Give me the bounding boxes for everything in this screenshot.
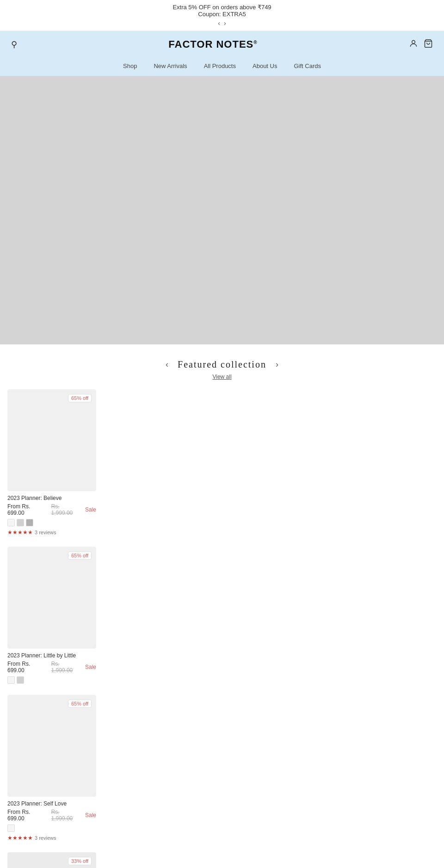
announcement-prev-button[interactable]: ‹: [218, 19, 220, 27]
swatch-2b[interactable]: [17, 676, 24, 684]
svg-point-0: [412, 40, 415, 44]
featured-section: ‹ Featured collection › View all 65% off…: [0, 344, 444, 868]
swatch-1c[interactable]: [26, 519, 33, 526]
color-swatches-3: [7, 824, 96, 832]
featured-next-button[interactable]: ›: [276, 360, 278, 369]
product-card: 65% off 2023 Planner: Believe From Rs. 6…: [7, 389, 96, 536]
price-original-3: Rs. 1,999.00: [51, 809, 82, 822]
product-card: 65% off 2023 Planner: Little by Little F…: [7, 547, 96, 684]
swatch-1a[interactable]: [7, 519, 15, 526]
cart-icon[interactable]: [424, 39, 433, 50]
discount-badge-2: 65% off: [68, 551, 92, 560]
view-all-link[interactable]: View all: [7, 374, 437, 380]
price-original-1: Rs. 1,999.00: [51, 503, 82, 516]
stars-3: ★★★★★: [7, 835, 33, 841]
review-count-3: 3 reviews: [35, 835, 56, 841]
price-current-3: From Rs. 699.00: [7, 809, 49, 822]
nav-item-all-products[interactable]: All Products: [204, 62, 236, 69]
sale-label-2: Sale: [85, 664, 96, 670]
stars-1: ★★★★★: [7, 529, 33, 536]
nav-item-new-arrivals[interactable]: New Arrivals: [154, 62, 187, 69]
announcement-text-2: Coupon: EXTRA5: [7, 11, 437, 18]
featured-title: Featured collection: [178, 359, 266, 370]
product-card: 33% off: [7, 852, 96, 868]
product-image-3[interactable]: 65% off: [7, 695, 96, 797]
discount-badge-1: 65% off: [68, 394, 92, 402]
stars-row-1: ★★★★★ 3 reviews: [7, 529, 96, 536]
product-name-1: 2023 Planner: Believe: [7, 495, 96, 501]
announcement-bar: Extra 5% OFF on orders above ₹749 Coupon…: [0, 0, 444, 31]
color-swatches-2: [7, 676, 96, 684]
review-count-1: 3 reviews: [35, 530, 56, 535]
nav-item-about-us[interactable]: About Us: [253, 62, 277, 69]
product-name-3: 2023 Planner: Self Love: [7, 800, 96, 807]
product-price-row-1: From Rs. 699.00 Rs. 1,999.00 Sale: [7, 503, 96, 516]
product-image-4[interactable]: 33% off: [7, 852, 96, 868]
sale-label-3: Sale: [85, 812, 96, 818]
product-card: 65% off 2023 Planner: Self Love From Rs.…: [7, 695, 96, 841]
header: ⚲ FACTOR NOTES®: [0, 31, 444, 58]
price-current-2: From Rs. 699.00: [7, 661, 49, 674]
discount-badge-3: 65% off: [68, 699, 92, 708]
price-original-2: Rs. 1,999.00: [51, 661, 82, 674]
logo: FACTOR NOTES®: [17, 38, 409, 50]
color-swatches-1: [7, 519, 96, 526]
product-name-2: 2023 Planner: Little by Little: [7, 652, 96, 659]
product-price-row-2: From Rs. 699.00 Rs. 1,999.00 Sale: [7, 661, 96, 674]
swatch-1b[interactable]: [17, 519, 24, 526]
sale-label-1: Sale: [85, 506, 96, 513]
stars-row-3: ★★★★★ 3 reviews: [7, 835, 96, 841]
user-icon[interactable]: [409, 39, 418, 50]
featured-prev-button[interactable]: ‹: [166, 360, 168, 369]
search-icon[interactable]: ⚲: [11, 39, 17, 50]
nav-item-shop[interactable]: Shop: [123, 62, 137, 69]
featured-header: ‹ Featured collection ›: [7, 359, 437, 370]
product-image-2[interactable]: 65% off: [7, 547, 96, 649]
announcement-next-button[interactable]: ›: [224, 19, 226, 27]
nav-bar: Shop New Arrivals All Products About Us …: [0, 58, 444, 76]
product-image-1[interactable]: 65% off: [7, 389, 96, 491]
product-price-row-3: From Rs. 699.00 Rs. 1,999.00 Sale: [7, 809, 96, 822]
announcement-text-1: Extra 5% OFF on orders above ₹749: [7, 4, 437, 11]
hero-banner: [0, 76, 444, 344]
price-current-1: From Rs. 699.00: [7, 503, 49, 516]
discount-badge-4: 33% off: [68, 857, 92, 865]
swatch-2a[interactable]: [7, 676, 15, 684]
swatch-3a[interactable]: [7, 824, 15, 832]
nav-item-gift-cards[interactable]: Gift Cards: [294, 62, 321, 69]
